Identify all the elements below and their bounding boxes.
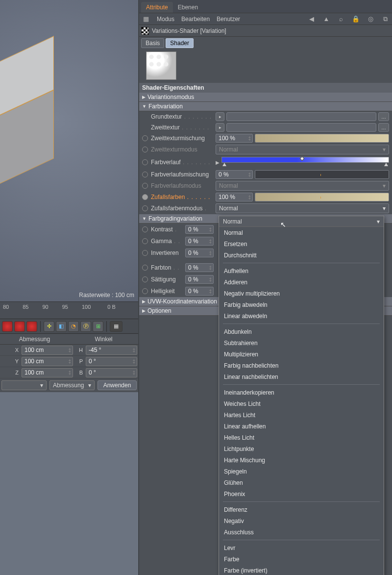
- coord-field-z[interactable]: 100 cm: [22, 368, 73, 377]
- tool-button[interactable]: ◧: [56, 321, 67, 332]
- back-icon[interactable]: ◀: [308, 15, 316, 23]
- dropdown-selected[interactable]: Normal▾: [219, 216, 384, 227]
- coord-field-p[interactable]: 0 °: [86, 357, 137, 366]
- subtab-shader[interactable]: Shader: [166, 38, 194, 48]
- record-button-3[interactable]: [26, 321, 37, 332]
- gamma-value[interactable]: 0 %: [185, 237, 214, 246]
- tab-layers[interactable]: Ebenen: [173, 2, 203, 13]
- texture-menu-button[interactable]: ▸: [216, 123, 224, 132]
- gradient-pin-left[interactable]: [222, 163, 226, 166]
- dropdown-option[interactable]: Glühen: [219, 477, 384, 488]
- dropdown-option[interactable]: Ineinanderkopieren: [219, 387, 384, 398]
- anim-radio[interactable]: [142, 135, 148, 141]
- timeline[interactable]: 80 85 90 95 100 0 B: [0, 301, 138, 319]
- search-icon[interactable]: ⌕: [337, 15, 345, 23]
- dropdown-option[interactable]: Linear abwedeln: [219, 310, 384, 322]
- dropdown-option[interactable]: Farbig abwedeln: [219, 299, 384, 310]
- dropdown-option[interactable]: Subtrahieren: [219, 337, 384, 349]
- dropdown-option[interactable]: Harte Mischung: [219, 454, 384, 466]
- farbverlaufsmodus-dropdown[interactable]: Normal▾: [216, 181, 389, 191]
- coord-field-y[interactable]: 100 cm: [22, 357, 73, 366]
- menu-icon[interactable]: ▦: [142, 15, 150, 23]
- dropdown-option[interactable]: Multiplizieren: [219, 349, 384, 360]
- dropdown-option[interactable]: Aufhellen: [219, 265, 384, 276]
- anim-radio[interactable]: [142, 159, 148, 165]
- tab-attribute[interactable]: Attribute: [141, 2, 173, 13]
- invertieren-value[interactable]: 0 %: [185, 249, 214, 257]
- anim-radio[interactable]: [142, 276, 148, 282]
- zweittexturmischung-value[interactable]: 100 %: [216, 134, 253, 143]
- zweittexturmischung-slider[interactable]: [255, 134, 389, 143]
- subtab-basis[interactable]: Basis: [141, 38, 164, 48]
- tool-button[interactable]: ⊞: [93, 321, 103, 332]
- gradient-pin-right[interactable]: [384, 163, 388, 166]
- farbverlaufsmischung-slider[interactable]: [255, 170, 389, 179]
- shader-preview[interactable]: [146, 51, 176, 80]
- dropdown-option[interactable]: Phoenix: [219, 488, 384, 500]
- anim-radio[interactable]: [142, 288, 148, 294]
- coord-field-b[interactable]: 0 °: [86, 368, 137, 377]
- anim-radio[interactable]: [142, 205, 148, 211]
- farbton-value[interactable]: 0 %: [185, 263, 214, 272]
- dropdown-option[interactable]: Addieren: [219, 276, 384, 288]
- anim-radio[interactable]: [142, 250, 148, 256]
- dropdown-option[interactable]: Farbe: [219, 553, 384, 565]
- dropdown-option[interactable]: Linear nachbelichten: [219, 371, 384, 382]
- filmstrip-button[interactable]: ▦: [110, 321, 122, 332]
- tool-button[interactable]: Ⓟ: [80, 321, 91, 332]
- dimension-dropdown[interactable]: Abmessung▾: [49, 380, 95, 390]
- more-button[interactable]: …: [378, 112, 389, 121]
- move-tool-button[interactable]: ✢: [44, 321, 54, 332]
- anim-radio[interactable]: [142, 238, 148, 244]
- zweittextur-field[interactable]: [226, 123, 376, 132]
- kontrast-value[interactable]: 0 %: [185, 225, 214, 234]
- dropdown-option[interactable]: Negativ: [219, 515, 384, 526]
- zweittexturmodus-dropdown[interactable]: Normal▾: [216, 145, 389, 154]
- dropdown-empty[interactable]: ▾: [1, 380, 47, 390]
- dropdown-option[interactable]: Normal: [219, 227, 384, 238]
- tool-button[interactable]: ◔: [68, 321, 79, 332]
- menu-mode[interactable]: Modus: [157, 16, 174, 23]
- helligkeit-value[interactable]: 0 %: [185, 287, 214, 296]
- menu-user[interactable]: Benutzer: [217, 16, 240, 23]
- menu-edit[interactable]: Bearbeiten: [181, 16, 210, 23]
- dropdown-option[interactable]: Farbig nachbelichten: [219, 360, 384, 371]
- dropdown-option[interactable]: Durchschnitt: [219, 250, 384, 261]
- dropdown-option[interactable]: Weiches Licht: [219, 398, 384, 409]
- apply-button[interactable]: Anwenden: [98, 380, 137, 390]
- lock-icon[interactable]: 🔒: [352, 15, 360, 23]
- target-icon[interactable]: ◎: [367, 15, 374, 23]
- anim-radio[interactable]: [142, 183, 148, 189]
- viewport-3d[interactable]: Rasterweite : 100 cm: [0, 0, 138, 301]
- anim-radio[interactable]: [142, 147, 148, 152]
- texture-menu-button[interactable]: ▸: [216, 112, 224, 121]
- farbverlaufsmischung-value[interactable]: 0 %: [216, 170, 253, 179]
- group-farbvariation[interactable]: ▼ Farbvariation: [139, 102, 392, 111]
- up-icon[interactable]: ▲: [322, 15, 330, 23]
- dropdown-option[interactable]: Ersetzen: [219, 238, 384, 250]
- dropdown-option[interactable]: Lichtpunkte: [219, 443, 384, 454]
- dropdown-option[interactable]: Negativ multiplizieren: [219, 288, 384, 299]
- anim-radio[interactable]: [142, 172, 148, 177]
- dropdown-option[interactable]: Differenz: [219, 504, 384, 515]
- gradient-knot[interactable]: [299, 156, 304, 161]
- anim-radio[interactable]: [142, 226, 148, 232]
- dropdown-option[interactable]: Linear aufhellen: [219, 421, 384, 432]
- dropdown-option[interactable]: Farbe (invertiert): [219, 565, 384, 575]
- zufallsfarben-value[interactable]: 100 %: [216, 193, 253, 201]
- dropdown-option[interactable]: Abdunkeln: [219, 326, 384, 337]
- coord-field-x[interactable]: 100 cm: [22, 346, 73, 355]
- dropdown-option[interactable]: Spiegeln: [219, 466, 384, 477]
- dropdown-option[interactable]: Hartes Licht: [219, 409, 384, 421]
- dropdown-option[interactable]: Levr: [219, 542, 384, 553]
- dropdown-option[interactable]: Ausschluss: [219, 526, 384, 538]
- group-variationsmodus[interactable]: ▶ Variantionsmodus: [139, 93, 392, 102]
- saettigung-value[interactable]: 0 %: [185, 275, 214, 284]
- dropdown-option[interactable]: Helles Licht: [219, 432, 384, 443]
- coord-field-h[interactable]: -45 °: [86, 346, 137, 355]
- zufallsfarben-slider[interactable]: [255, 193, 389, 201]
- anim-radio[interactable]: [142, 194, 148, 200]
- gradient-editor[interactable]: [221, 157, 389, 163]
- grundtextur-field[interactable]: [226, 112, 376, 121]
- zufallsfarbenmodus-dropdown[interactable]: Normal▾: [216, 203, 389, 213]
